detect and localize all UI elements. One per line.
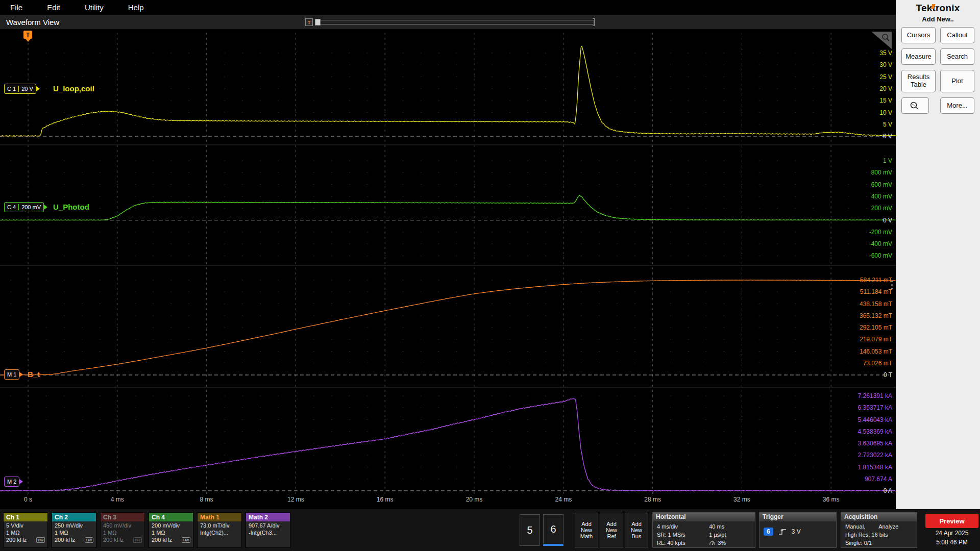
svg-text:400 mV: 400 mV xyxy=(871,193,892,200)
bandwidth-icon: Bw xyxy=(133,537,142,543)
svg-text:73.026 mT: 73.026 mT xyxy=(863,360,893,367)
wave-badge-id: M 1 xyxy=(7,371,16,378)
svg-text:438.158 mT: 438.158 mT xyxy=(860,300,893,308)
svg-text:0 V: 0 V xyxy=(883,133,892,140)
wave-badge-math-2[interactable]: M 2 xyxy=(4,477,19,487)
svg-text:146.053 mT: 146.053 mT xyxy=(860,348,893,355)
acquisition-single: Single: 0/1 xyxy=(845,540,913,546)
svg-text:16 ms: 16 ms xyxy=(377,496,394,503)
menu-help[interactable]: Help xyxy=(128,3,144,12)
menu-utility[interactable]: Utility xyxy=(85,3,104,12)
channel-badge-line: 250 mV/div xyxy=(52,521,96,529)
svg-text:365.132 mT: 365.132 mT xyxy=(860,312,893,319)
right-sidebar: Tektronix Add New.. CursorsCalloutMeasur… xyxy=(896,0,980,509)
horizontal-scale: 4 ms/div xyxy=(657,523,709,530)
wave-badge-id: C 4 xyxy=(7,204,16,210)
trigger-panel-body: 6 3 V xyxy=(760,521,836,536)
svg-text:3.630695 kA: 3.630695 kA xyxy=(858,440,892,447)
pan-trigger-icon[interactable]: T xyxy=(305,18,313,26)
bandwidth-icon: Bw xyxy=(85,537,93,543)
time-label: 5:08:46 PM xyxy=(936,539,967,546)
channel-badge-math-2[interactable]: Math 2907.67 A/div-Intg(Ch3... xyxy=(246,512,290,548)
add-new-bus-button[interactable]: Add New Bus xyxy=(625,513,648,547)
channel-badge-ch-4[interactable]: Ch 4200 mV/div1 MΩ200 kHzBw xyxy=(149,512,193,548)
channel-badge-ch-2[interactable]: Ch 2250 mV/div1 MΩ200 kHzBw xyxy=(52,512,96,548)
rising-edge-icon xyxy=(778,528,787,536)
wave-badge-channel-1[interactable]: C 120 V xyxy=(4,84,36,94)
svg-text:292.105 mT: 292.105 mT xyxy=(860,324,893,331)
sidebar-zoom-icon-button[interactable] xyxy=(901,97,929,114)
svg-text:36 ms: 36 ms xyxy=(823,496,840,503)
sidebar-plot-button[interactable]: Plot xyxy=(940,70,974,92)
svg-text:200 mV: 200 mV xyxy=(871,205,892,212)
channel-badge-line: Intg(Ch2)... xyxy=(198,529,241,536)
date-label: 24 Apr 2025 xyxy=(936,530,969,537)
acquisition-panel[interactable]: Acquisition Manual, Analyze High Res: 16… xyxy=(841,512,917,548)
sidebar-measure-button[interactable]: Measure xyxy=(901,48,936,65)
wave-badge-scale: 200 mV xyxy=(18,204,41,210)
add-new-math-button[interactable]: Add New Math xyxy=(575,513,598,547)
pan-thumb[interactable] xyxy=(315,19,321,26)
sidebar-results-table-button[interactable]: Results Table xyxy=(901,70,936,92)
sidebar-search-button[interactable]: Search xyxy=(940,48,974,65)
add-new-ref-button[interactable]: Add New Ref xyxy=(600,513,623,547)
svg-text:5 V: 5 V xyxy=(883,121,892,128)
svg-text:4.538369 kA: 4.538369 kA xyxy=(858,428,892,435)
waveform-view-title: Waveform View xyxy=(6,18,59,27)
bandwidth-icon: Bw xyxy=(182,537,190,543)
svg-text:0 s: 0 s xyxy=(24,496,32,503)
channel-5-button[interactable]: 5 xyxy=(520,514,540,546)
horizontal-window: 40 ms xyxy=(709,523,751,530)
pan-track[interactable] xyxy=(315,20,594,24)
channel-badge-ch-3[interactable]: Ch 3450 mV/div1 MΩ200 kHzBw xyxy=(100,512,145,548)
svg-text:1 V: 1 V xyxy=(883,157,892,164)
trigger-source-badge: 6 xyxy=(764,528,773,536)
svg-text:20 V: 20 V xyxy=(879,85,892,92)
svg-text:1.815348 kA: 1.815348 kA xyxy=(858,464,892,471)
channel-badge-ch-1[interactable]: Ch 15 V/div1 MΩ200 kHzBw xyxy=(3,512,48,548)
channel-badge-line: 73.0 mT/div xyxy=(198,521,241,529)
add-new-header: Add New.. xyxy=(896,15,980,23)
menu-edit[interactable]: Edit xyxy=(47,3,60,12)
trigger-position-flag[interactable]: T xyxy=(23,31,32,39)
svg-text:6.353717 kA: 6.353717 kA xyxy=(858,404,892,411)
channel-badge-title: Math 1 xyxy=(198,513,241,521)
tektronix-logo: Tektronix xyxy=(896,3,980,14)
channel-badge-math-1[interactable]: Math 173.0 mT/divIntg(Ch2)... xyxy=(197,512,242,548)
wave-badge-channel-4[interactable]: C 4200 mV xyxy=(4,202,44,212)
channel-badge-line: 200 kHzBw xyxy=(4,536,47,543)
splitter-handle[interactable] xyxy=(891,281,893,289)
svg-text:-600 mV: -600 mV xyxy=(869,252,892,259)
trigger-panel-title: Trigger xyxy=(760,513,836,521)
acquisition-mode: Manual, xyxy=(845,523,865,530)
svg-text:5.446043 kA: 5.446043 kA xyxy=(858,416,892,423)
position-gauge: 3% xyxy=(709,540,751,546)
channel-badge-line: 450 mV/div xyxy=(101,521,144,529)
svg-text:35 V: 35 V xyxy=(879,49,892,57)
sidebar-callout-button[interactable]: Callout xyxy=(940,27,974,43)
channel-badge-line: -Intg(Ch3... xyxy=(246,529,290,536)
bottom-bar: Ch 15 V/div1 MΩ200 kHzBwCh 2250 mV/div1 … xyxy=(0,509,980,551)
menu-file[interactable]: File xyxy=(10,3,22,12)
horizontal-pan-control[interactable]: T xyxy=(305,18,594,26)
trigger-panel[interactable]: Trigger 6 3 V xyxy=(759,512,837,548)
wave-badge-math-1[interactable]: M 1 xyxy=(4,369,19,380)
preview-column: Preview 24 Apr 2025 5:08:46 PM xyxy=(923,514,980,546)
svg-text:8 ms: 8 ms xyxy=(200,496,213,503)
svg-text:800 mV: 800 mV xyxy=(871,169,892,176)
channel-badge-line: 907.67 A/div xyxy=(246,521,290,529)
svg-text:28 ms: 28 ms xyxy=(644,496,661,503)
record-length: RL: 40 kpts xyxy=(657,540,709,546)
trigger-level: 3 V xyxy=(792,528,801,535)
zoom-box-icon[interactable] xyxy=(871,32,892,49)
sidebar-buttons: CursorsCalloutMeasureSearchResults Table… xyxy=(896,27,980,114)
channel-6-button[interactable]: 6 xyxy=(543,514,564,546)
svg-text:15 V: 15 V xyxy=(879,97,892,104)
sidebar-cursors-button[interactable]: Cursors xyxy=(901,27,936,43)
channel-badge-title: Ch 2 xyxy=(52,513,96,521)
sidebar-more-button[interactable]: More... xyxy=(940,97,974,114)
svg-text:600 mV: 600 mV xyxy=(871,181,892,188)
preview-button[interactable]: Preview xyxy=(925,514,978,528)
horizontal-panel[interactable]: Horizontal 4 ms/div 40 ms SR: 1 MS/s 1 µ… xyxy=(652,512,755,548)
waveform-plot[interactable]: 35 V30 V25 V20 V15 V10 V5 V0 V1 V800 mV6… xyxy=(0,30,896,509)
